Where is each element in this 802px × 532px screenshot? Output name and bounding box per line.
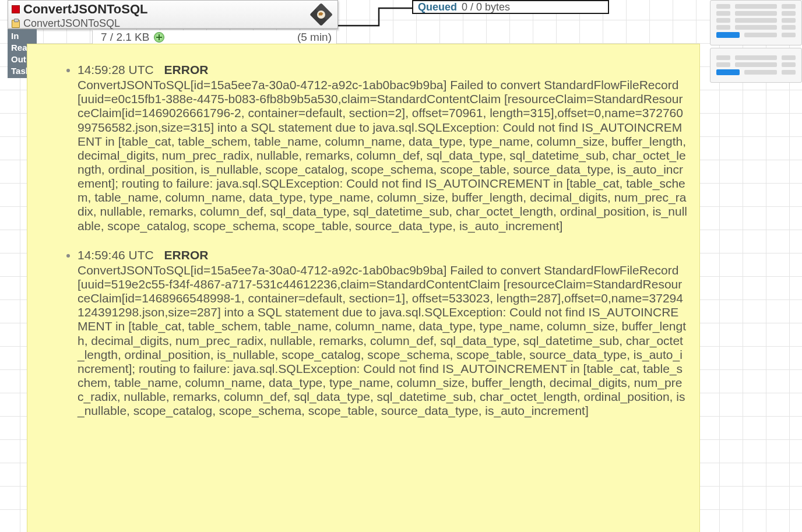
minimap-panel-1	[710, 0, 802, 45]
processor-stat-row: 7 / 2.1 KB (5 min)	[92, 30, 337, 44]
connection-queued-box[interactable]: Queued 0 / 0 bytes	[412, 0, 609, 14]
bulletin-entry: 14:59:46 UTC ERROR ConvertJSONToSQL[id=1…	[78, 248, 688, 418]
minimap	[710, 0, 802, 83]
processor-type-icon	[12, 20, 20, 28]
processor-header: ConvertJSONToSQL ConvertJSONToSQL	[8, 1, 337, 29]
bulletin-list: 14:59:28 UTC ERROR ConvertJSONToSQL[id=1…	[60, 63, 688, 418]
bulletin-message: ConvertJSONToSQL[id=15a5ee7a-30a0-4712-a…	[78, 263, 688, 418]
bulletin-tooltip: 14:59:28 UTC ERROR ConvertJSONToSQL[id=1…	[27, 44, 700, 532]
stat-label-in: In	[11, 30, 33, 42]
queued-label: Queued	[418, 1, 457, 13]
bulletin-entry: 14:59:28 UTC ERROR ConvertJSONToSQL[id=1…	[78, 63, 688, 233]
connection-line	[338, 7, 412, 27]
add-icon[interactable]	[154, 32, 164, 43]
queued-value: 0 / 0 bytes	[462, 1, 510, 13]
bulletin-message: ConvertJSONToSQL[id=15a5ee7a-30a0-4712-a…	[78, 78, 688, 233]
bulletin-level: ERROR	[164, 248, 209, 262]
stat-in-value: 7 / 2.1 KB	[101, 31, 149, 44]
stat-interval: (5 min)	[297, 31, 332, 44]
processor-badge-icon	[308, 3, 334, 26]
processor-convertjsontosql[interactable]: ConvertJSONToSQL ConvertJSONToSQL	[8, 0, 338, 29]
minimap-panel-2	[710, 48, 802, 83]
bulletin-time: 14:59:28 UTC	[78, 63, 154, 76]
bulletin-time: 14:59:46 UTC	[78, 248, 154, 262]
processor-title: ConvertJSONToSQL	[23, 2, 148, 17]
stopped-icon	[12, 5, 20, 13]
bulletin-level: ERROR	[164, 63, 209, 76]
processor-type: ConvertJSONToSQL	[23, 17, 120, 30]
